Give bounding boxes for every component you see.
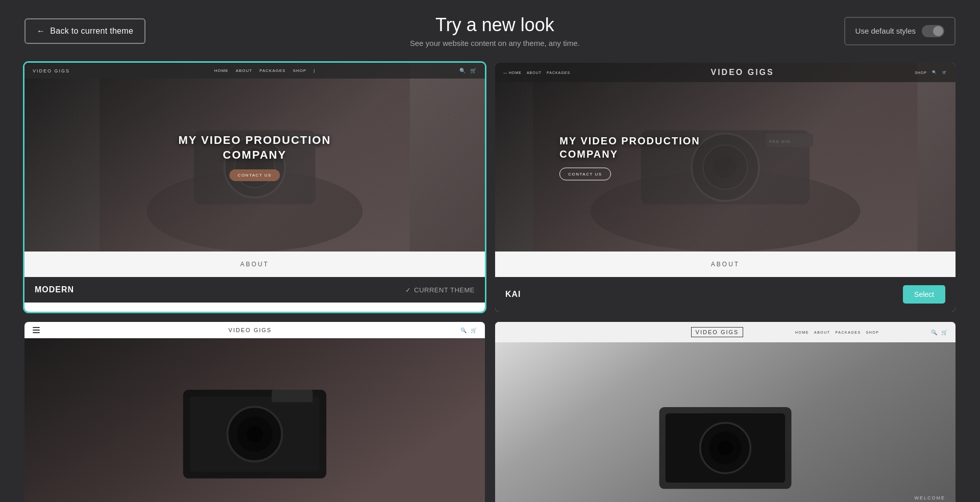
kai-hero: MY VIDEO PRODUCTIONCOMPANY CONTACT US — [559, 134, 700, 181]
theme4-nav-logo-boxed: VIDEO GIGS — [691, 327, 744, 337]
kai-theme-name: KAI — [505, 290, 521, 299]
current-theme-badge: ✓ CURRENT THEME — [405, 286, 475, 294]
modern-nav-icons: 🔍 🛒 — [459, 68, 477, 73]
nav-link-shop: SHOP — [293, 68, 307, 73]
svg-point-13 — [715, 157, 736, 178]
nav-link-home: HOME — [214, 68, 229, 73]
nav-divider: | — [313, 68, 315, 73]
use-default-styles-toggle[interactable]: Use default styles — [844, 17, 955, 45]
theme-card-kai[interactable]: RED DIG — HOME ABOUT PACKAGES VIDEO GIGS — [495, 63, 955, 312]
hamburger-line-3 — [33, 332, 40, 333]
checkmark-icon: ✓ — [405, 286, 411, 294]
theme-grid: RED DIG VIDEO GIGS HOME ABOUT PACKAGES S… — [0, 58, 980, 502]
current-theme-label: CURRENT THEME — [414, 286, 475, 294]
toggle-knob — [933, 26, 943, 36]
kai-hero-title: MY VIDEO PRODUCTIONCOMPANY — [559, 134, 700, 161]
kai-nav-right: SHOP 🔍 🛒 — [915, 70, 947, 74]
hamburger-menu-icon — [33, 327, 40, 333]
back-button-label: Back to current theme — [50, 27, 133, 36]
kai-nav: — HOME ABOUT PACKAGES VIDEO GIGS SHOP 🔍 … — [495, 63, 955, 82]
modern-card-footer: MODERN ✓ CURRENT THEME — [24, 277, 485, 303]
page-subtitle: See your website content on any theme, a… — [410, 39, 580, 47]
theme4-cart-icon: 🛒 — [941, 330, 947, 335]
cart-icon: 🛒 — [470, 68, 477, 73]
kai-nav-left: — HOME ABOUT PACKAGES — [503, 71, 570, 74]
theme3-search-icon: 🔍 — [460, 328, 467, 333]
svg-text:RED DIG: RED DIG — [769, 139, 791, 144]
back-button[interactable]: ← Back to current theme — [24, 18, 145, 44]
preview-4: VIDEO GIGS HOME ABOUT PACKAGES SHOP 🔍 🛒 — [495, 322, 955, 502]
page-header: ← Back to current theme Try a new look S… — [0, 0, 980, 58]
preview-modern: RED DIG VIDEO GIGS HOME ABOUT PACKAGES S… — [24, 63, 485, 252]
modern-hero-title: MY VIDEO PRODUCTIONCOMPANY — [178, 133, 331, 162]
back-arrow-icon: ← — [37, 27, 45, 36]
kai-nav-about: ABOUT — [527, 71, 542, 74]
kai-cart-icon: 🛒 — [942, 70, 947, 74]
modern-nav-bar: VIDEO GIGS HOME ABOUT PACKAGES SHOP | 🔍 … — [24, 63, 485, 79]
kai-nav-logo: VIDEO GIGS — [710, 68, 774, 77]
theme3-nav-logo: VIDEO GIGS — [229, 327, 272, 333]
kai-select-button[interactable]: Select — [903, 285, 945, 304]
theme4-nav-about: ABOUT — [814, 331, 830, 334]
kai-about-label: ABOUT — [711, 261, 740, 268]
theme-card-3[interactable]: VIDEO GIGS 🔍 🛒 — [24, 322, 485, 502]
modern-hero: MY VIDEO PRODUCTIONCOMPANY CONTACT US — [178, 133, 331, 181]
kai-cta-button[interactable]: CONTACT US — [559, 168, 610, 181]
nav-link-about: ABOUT — [236, 68, 253, 73]
kai-nav-packages: PACKAGES — [547, 71, 570, 74]
modern-theme-name: MODERN — [35, 285, 74, 294]
kai-nav-bar: — HOME ABOUT PACKAGES VIDEO GIGS SHOP 🔍 … — [495, 63, 955, 82]
hamburger-nav-bar: VIDEO GIGS 🔍 🛒 — [24, 322, 485, 338]
svg-point-26 — [718, 440, 733, 456]
theme4-nav-home: HOME — [795, 331, 809, 334]
page-title: Try a new look — [410, 14, 580, 36]
theme3-camera-svg — [128, 369, 381, 492]
theme4-nav-center: HOME ABOUT PACKAGES SHOP — [743, 331, 931, 334]
use-default-label: Use default styles — [855, 27, 916, 35]
theme4-welcome-label: WELCOME — [914, 495, 945, 500]
modern-about-section: ABOUT — [24, 252, 485, 277]
toggle-switch[interactable] — [922, 25, 944, 37]
theme4-nav-links: HOME ABOUT PACKAGES SHOP — [795, 331, 879, 334]
modern-nav: VIDEO GIGS HOME ABOUT PACKAGES SHOP | 🔍 … — [24, 63, 485, 79]
theme3-device — [128, 369, 381, 492]
svg-rect-21 — [272, 390, 312, 402]
modern-cta-button[interactable]: CONTACT US — [230, 169, 280, 181]
theme4-nav-shop: SHOP — [866, 331, 879, 334]
kai-about-section: ABOUT — [495, 252, 955, 277]
header-center: Try a new look See your website content … — [410, 14, 580, 47]
theme4-nav-packages: PACKAGES — [836, 331, 861, 334]
hamburger-line-1 — [33, 327, 40, 328]
modern-nav-logo: VIDEO GIGS — [33, 68, 70, 73]
theme-card-modern[interactable]: RED DIG VIDEO GIGS HOME ABOUT PACKAGES S… — [24, 63, 485, 312]
hamburger-line-2 — [33, 330, 40, 331]
modern-nav-links: HOME ABOUT PACKAGES SHOP | — [214, 68, 315, 73]
theme4-camera-svg — [610, 388, 841, 501]
theme3-cart-icon: 🛒 — [471, 328, 477, 333]
modern-about-label: ABOUT — [240, 261, 269, 268]
boxed-nav-bar: VIDEO GIGS HOME ABOUT PACKAGES SHOP 🔍 🛒 — [495, 322, 955, 342]
kai-nav-shop: SHOP — [915, 71, 927, 74]
theme4-device — [610, 388, 841, 501]
kai-card-footer: KAI Select — [495, 277, 955, 312]
theme4-search-icon: 🔍 — [931, 330, 937, 335]
kai-nav-home: — HOME — [503, 71, 522, 74]
preview-3: VIDEO GIGS 🔍 🛒 — [24, 322, 485, 502]
preview-kai: RED DIG — HOME ABOUT PACKAGES VIDEO GIGS — [495, 63, 955, 252]
theme-card-4[interactable]: VIDEO GIGS HOME ABOUT PACKAGES SHOP 🔍 🛒 — [495, 322, 955, 502]
kai-search-icon: 🔍 — [932, 70, 937, 74]
nav-link-packages: PACKAGES — [259, 68, 285, 73]
search-icon: 🔍 — [459, 68, 466, 73]
svg-point-20 — [247, 425, 263, 442]
theme4-nav-icons: 🔍 🛒 — [931, 330, 947, 335]
theme3-nav-icons: 🔍 🛒 — [460, 328, 477, 333]
